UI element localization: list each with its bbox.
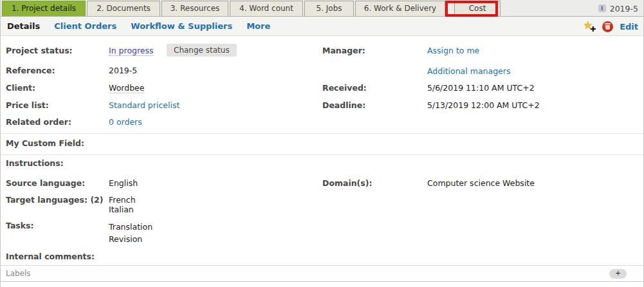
change-status-button[interactable]: Change status bbox=[167, 44, 237, 57]
subtab-client-orders[interactable]: Client Orders bbox=[54, 21, 116, 31]
tab-project-details[interactable]: 1. Project details bbox=[2, 1, 86, 16]
star-add-icon[interactable]: ★ ✚ bbox=[583, 20, 596, 33]
target-languages-label: Target languages: (2) bbox=[6, 195, 122, 205]
task-item: Revision bbox=[109, 233, 152, 245]
my-custom-field-label: My Custom Field: bbox=[6, 138, 106, 148]
target-language-item: Italian bbox=[109, 205, 136, 214]
subtab-more[interactable]: More bbox=[246, 21, 270, 31]
reference-label: Reference: bbox=[6, 66, 106, 75]
manager-value: Assign to me bbox=[427, 46, 479, 55]
tab-jobs[interactable]: 5. Jobs bbox=[304, 1, 354, 16]
target-language-item: French bbox=[109, 195, 136, 205]
domains-value: Computer science Website bbox=[427, 178, 535, 188]
tasks-label: Tasks: bbox=[6, 221, 106, 230]
domains-label: Domain(s): bbox=[322, 178, 424, 188]
delete-icon[interactable] bbox=[602, 21, 613, 32]
tasks-value: Translation Revision bbox=[109, 221, 152, 245]
deadline-label: Deadline: bbox=[322, 100, 424, 110]
source-language-value: English bbox=[109, 178, 138, 188]
add-label-button[interactable]: + bbox=[609, 269, 627, 279]
internal-comments-label: Internal comments: bbox=[6, 252, 134, 261]
section-divider bbox=[1, 133, 643, 134]
subtab-workflow-suppliers[interactable]: Workflow & Suppliers bbox=[131, 21, 232, 31]
related-order-link[interactable]: 0 orders bbox=[109, 117, 142, 127]
tab-resources[interactable]: 3. Resources bbox=[161, 1, 228, 16]
price-list-link[interactable]: Standard pricelist bbox=[109, 100, 179, 110]
main-tabbar: 1. Project details 2. Documents 3. Resou… bbox=[0, 0, 644, 17]
deadline-value: 5/13/2019 12:00 AM UTC+2 bbox=[427, 100, 540, 110]
subtab-details[interactable]: Details bbox=[7, 21, 40, 31]
related-order-value: 0 orders bbox=[109, 117, 142, 127]
section-divider bbox=[1, 154, 643, 155]
project-status-value: In progress bbox=[109, 46, 154, 55]
received-value: 5/6/2019 11:10 AM UTC+2 bbox=[427, 83, 535, 93]
instructions-label: Instructions: bbox=[6, 158, 106, 168]
star-plus-glyph: ✚ bbox=[590, 25, 596, 33]
project-status-label: Project status: bbox=[6, 46, 106, 55]
price-list-value: Standard pricelist bbox=[109, 100, 179, 110]
sub-toolbar: Details Client Orders Workflow & Supplie… bbox=[1, 17, 643, 36]
project-status-link[interactable]: In progress bbox=[109, 46, 154, 56]
tab-word-count[interactable]: 4. Word count bbox=[230, 1, 303, 16]
reference-value: 2019-5 bbox=[109, 66, 137, 75]
target-languages-value: French Italian bbox=[109, 195, 136, 214]
assign-to-me-link[interactable]: Assign to me bbox=[427, 46, 479, 55]
toolbar-actions: ★ ✚ Edit bbox=[583, 17, 638, 36]
tab-work-delivery[interactable]: 6. Work & Delivery bbox=[355, 1, 445, 16]
project-reference-text: 2019-5 bbox=[610, 4, 638, 14]
additional-managers: Additional managers bbox=[427, 66, 510, 76]
info-icon[interactable]: i bbox=[598, 5, 606, 12]
details-panel: Project status: In progress Change statu… bbox=[1, 36, 643, 287]
client-link[interactable]: Wordbee bbox=[109, 83, 144, 93]
manager-label: Manager: bbox=[322, 46, 424, 55]
received-label: Received: bbox=[322, 83, 424, 93]
source-language-label: Source language: bbox=[6, 178, 106, 188]
edit-button[interactable]: Edit bbox=[620, 22, 638, 32]
tab-cost[interactable]: Cost bbox=[454, 1, 501, 16]
related-order-label: Related order: bbox=[6, 117, 106, 127]
client-label: Client: bbox=[6, 83, 106, 93]
project-details-page: 1. Project details 2. Documents 3. Resou… bbox=[0, 0, 644, 287]
client-value: Wordbee bbox=[109, 83, 144, 93]
task-item: Translation bbox=[109, 221, 152, 233]
tab-documents[interactable]: 2. Documents bbox=[87, 1, 160, 16]
additional-managers-link[interactable]: Additional managers bbox=[427, 66, 510, 76]
labels-title: Labels bbox=[6, 266, 31, 282]
project-reference-badge: i 2019-5 bbox=[598, 0, 638, 17]
labels-bar: Labels + bbox=[1, 265, 643, 282]
price-list-label: Price list: bbox=[6, 100, 106, 110]
